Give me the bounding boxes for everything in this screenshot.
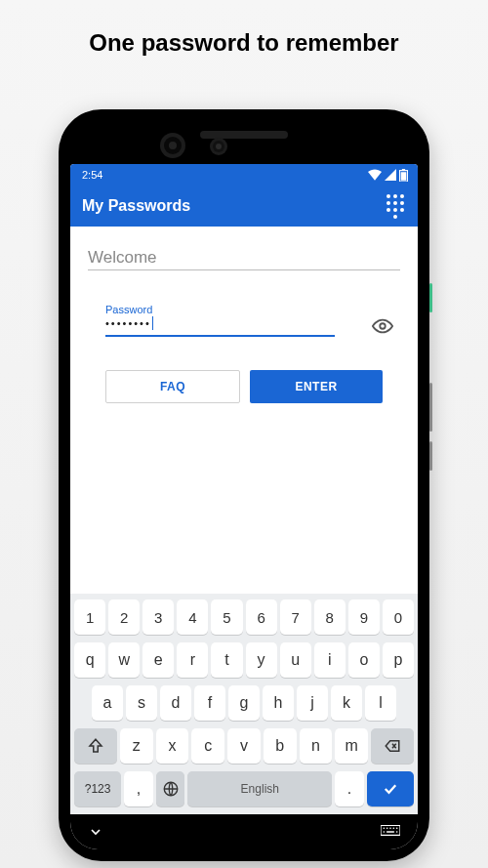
key-a[interactable]: a	[92, 685, 123, 721]
key-1[interactable]: 1	[74, 599, 105, 635]
password-field[interactable]: Password ••••••••	[105, 304, 335, 337]
key-n[interactable]: n	[300, 728, 333, 764]
enter-button[interactable]: ENTER	[250, 370, 383, 403]
key-language[interactable]	[156, 771, 185, 806]
key-t[interactable]: t	[211, 642, 242, 678]
faq-button[interactable]: FAQ	[105, 370, 240, 403]
key-q[interactable]: q	[74, 642, 105, 678]
svg-point-8	[389, 827, 391, 829]
side-button	[429, 441, 432, 471]
wifi-icon	[368, 169, 382, 181]
key-i[interactable]: i	[314, 642, 346, 678]
key-comma[interactable]: ,	[124, 771, 153, 806]
nav-bar	[70, 814, 418, 849]
key-e[interactable]: e	[142, 642, 174, 678]
reveal-password-icon[interactable]	[372, 315, 393, 341]
key-space[interactable]: English	[187, 771, 332, 806]
svg-point-3	[380, 323, 386, 329]
key-0[interactable]: 0	[383, 599, 414, 635]
screen: 2:54 My Passwords Wel	[70, 164, 418, 849]
key-9[interactable]: 9	[348, 599, 380, 635]
front-camera	[213, 141, 224, 152]
svg-point-9	[393, 827, 395, 829]
key-symbols[interactable]: ?123	[74, 771, 121, 806]
soft-keyboard: 1 2 3 4 5 6 7 8 9 0 q w e r t y	[70, 594, 418, 814]
key-l[interactable]: l	[365, 685, 396, 721]
key-u[interactable]: u	[280, 642, 311, 678]
svg-rect-13	[386, 831, 394, 833]
key-x[interactable]: x	[156, 728, 189, 764]
key-w[interactable]: w	[108, 642, 140, 678]
password-value: ••••••••	[105, 315, 151, 331]
signal-icon	[385, 169, 396, 181]
svg-rect-5	[381, 825, 400, 835]
app-bar: My Passwords	[70, 186, 418, 227]
clock: 2:54	[82, 169, 102, 181]
login-content: Welcome Password •••••••• FAQ ENTER	[70, 227, 418, 594]
key-7[interactable]: 7	[280, 599, 311, 635]
svg-point-6	[384, 827, 386, 829]
battery-icon	[399, 169, 408, 182]
status-bar: 2:54	[70, 164, 418, 186]
side-button	[429, 283, 432, 312]
key-c[interactable]: c	[191, 728, 224, 764]
side-button	[429, 383, 432, 432]
key-g[interactable]: g	[228, 685, 260, 721]
key-backspace[interactable]	[371, 728, 414, 764]
svg-point-7	[386, 827, 388, 829]
key-d[interactable]: d	[160, 685, 191, 721]
svg-point-10	[396, 827, 398, 829]
key-h[interactable]: h	[263, 685, 294, 721]
key-k[interactable]: k	[331, 685, 362, 721]
key-y[interactable]: y	[246, 642, 277, 678]
svg-rect-2	[401, 172, 407, 181]
text-cursor	[152, 316, 153, 330]
key-8[interactable]: 8	[314, 599, 346, 635]
key-4[interactable]: 4	[177, 599, 208, 635]
key-b[interactable]: b	[264, 728, 297, 764]
key-period[interactable]: .	[335, 771, 364, 806]
key-3[interactable]: 3	[142, 599, 174, 635]
key-m[interactable]: m	[335, 728, 368, 764]
key-p[interactable]: p	[383, 642, 414, 678]
key-f[interactable]: f	[194, 685, 225, 721]
phone-frame: 2:54 My Passwords Wel	[59, 109, 429, 861]
key-z[interactable]: z	[120, 728, 153, 764]
phone-speaker	[200, 131, 288, 139]
dialpad-icon[interactable]	[385, 195, 406, 217]
key-v[interactable]: v	[227, 728, 261, 764]
key-j[interactable]: j	[297, 685, 328, 721]
globe-icon	[162, 780, 180, 798]
page-headline: One password to remember	[0, 0, 488, 57]
welcome-label: Welcome	[88, 248, 400, 270]
nav-keyboard-icon[interactable]	[381, 825, 400, 839]
key-o[interactable]: o	[348, 642, 380, 678]
key-5[interactable]: 5	[211, 599, 242, 635]
key-confirm[interactable]	[367, 771, 414, 806]
key-6[interactable]: 6	[246, 599, 277, 635]
key-s[interactable]: s	[126, 685, 157, 721]
key-r[interactable]: r	[177, 642, 208, 678]
welcome-text: Welcome	[88, 248, 400, 268]
nav-collapse-icon[interactable]	[88, 824, 103, 840]
check-icon	[382, 780, 399, 798]
key-shift[interactable]	[74, 728, 117, 764]
password-label: Password	[105, 304, 335, 315]
svg-point-12	[396, 831, 398, 833]
app-title: My Passwords	[82, 197, 385, 215]
svg-point-11	[384, 831, 386, 833]
key-2[interactable]: 2	[108, 599, 140, 635]
front-camera	[164, 137, 182, 154]
